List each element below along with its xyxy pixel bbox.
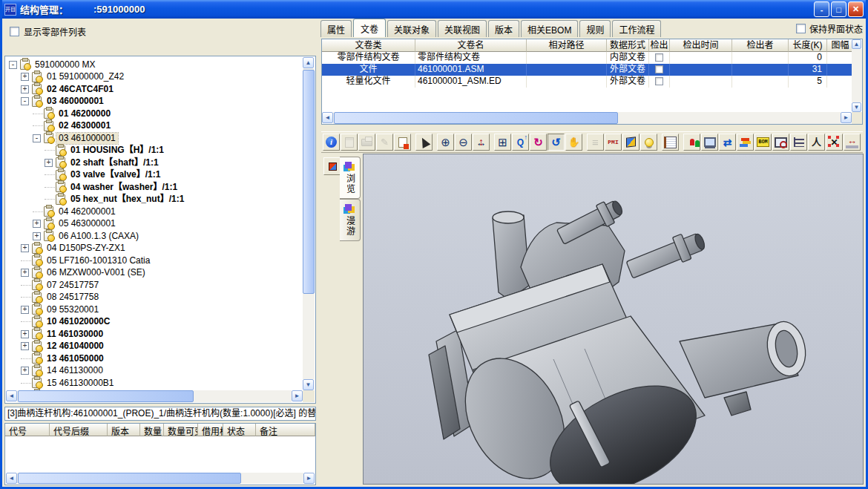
tree-item[interactable]: +06 MZXW000-V001 (SE) — [6, 267, 303, 280]
tree-item[interactable]: +09 55320001 — [6, 303, 303, 316]
zoom-out-button[interactable]: ⊖ — [455, 134, 472, 151]
viewport-3d[interactable] — [363, 154, 864, 485]
checkout-computer-button[interactable] — [701, 134, 718, 151]
show-parts-checkbox[interactable] — [10, 27, 19, 36]
doc-hscroll-thumb[interactable] — [334, 112, 618, 124]
collapse-minus-icon[interactable]: - — [21, 97, 29, 105]
tree-vscroll-thumb[interactable] — [303, 70, 315, 294]
expand-plus-icon[interactable]: + — [21, 367, 29, 375]
substitute-hscroll-track[interactable] — [17, 473, 303, 484]
cube-3d-button[interactable] — [622, 134, 640, 151]
measure-button[interactable]: ↔ — [844, 134, 861, 151]
viewer-tab-浏览[interactable]: 浏览 — [340, 157, 361, 199]
info-button[interactable]: i — [323, 134, 340, 151]
substitute-table-hscrollbar[interactable]: ◄ ► — [6, 473, 315, 484]
column-header[interactable]: 检出时间 — [670, 39, 732, 52]
checkout-checkbox[interactable] — [655, 65, 663, 73]
collapse-minus-icon[interactable]: - — [9, 61, 17, 69]
tree-item[interactable]: +02 46CATC4F01 — [6, 83, 303, 96]
maximize-button[interactable]: □ — [831, 1, 846, 17]
column-header[interactable]: 数量可变 — [164, 424, 198, 436]
pan-arrows-button[interactable]: ↔ — [473, 134, 490, 151]
tree-item[interactable]: 04 462000001 — [6, 206, 303, 218]
table-row[interactable]: 轻量化文件461000001_ASM.ED外部文卷5 — [322, 76, 852, 88]
tree-item[interactable]: -03 461000001 — [6, 132, 303, 145]
tree-item[interactable]: 10 461020000C — [6, 316, 303, 329]
expand-plus-icon[interactable]: + — [21, 306, 29, 314]
tree-horizontal-scrollbar[interactable]: ◄ ► — [6, 390, 303, 402]
doc-stack-button[interactable] — [737, 134, 754, 151]
expand-plus-icon[interactable]: + — [21, 73, 29, 81]
scroll-down-icon[interactable]: ▼ — [852, 102, 861, 112]
zoom-in-button[interactable]: ⊕ — [437, 134, 454, 151]
monitor-search-button[interactable] — [772, 134, 789, 151]
column-header[interactable]: 文卷类 — [322, 39, 415, 52]
column-header[interactable]: 状态 — [223, 424, 256, 436]
tree-item[interactable]: +14 461130000 — [6, 365, 303, 378]
tab-属性[interactable]: 属性 — [320, 20, 352, 37]
column-header[interactable]: 备注 — [256, 424, 315, 436]
scroll-right-icon[interactable]: ► — [841, 112, 852, 123]
tree-item[interactable]: 07 24517757 — [6, 279, 303, 292]
tree-item[interactable]: 04 washer【washer】/1:1 — [6, 181, 303, 194]
tree-item[interactable]: 05 hex_nut【hex_nut】/1:1 — [6, 194, 303, 206]
tree-item[interactable]: +05 463000001 — [6, 218, 303, 231]
expand-plus-icon[interactable]: + — [21, 269, 29, 277]
doc-vscroll-track[interactable] — [852, 49, 862, 102]
scroll-up-icon[interactable]: ▲ — [303, 57, 314, 68]
column-header[interactable]: 借用标识 — [198, 424, 223, 436]
tree-item[interactable]: +04 D150PS-ZY-ZX1 — [6, 243, 303, 255]
tree-item[interactable]: +11 461030000 — [6, 328, 303, 341]
tab-工作流程[interactable]: 工作流程 — [612, 20, 661, 37]
expand-plus-icon[interactable]: + — [21, 244, 29, 252]
expand-plus-icon[interactable]: + — [33, 232, 41, 240]
tab-版本[interactable]: 版本 — [488, 20, 519, 37]
tree-item[interactable]: 08 24517758 — [6, 292, 303, 304]
tree-item[interactable]: 05 LF7160-1001310 Catia — [6, 255, 303, 267]
tree-item[interactable]: +01 591000000_Z42 — [6, 71, 303, 84]
expand-plus-icon[interactable]: + — [21, 330, 29, 338]
column-header[interactable]: 数据形式 — [607, 39, 649, 52]
expand-plus-icon[interactable]: + — [33, 220, 41, 228]
collapse-minus-icon[interactable]: - — [33, 134, 41, 142]
select-cursor-button[interactable] — [415, 134, 433, 151]
tree-item[interactable]: 15 461130000B1 — [6, 377, 303, 390]
tree-item[interactable]: 01 HOUSING【H】/1:1 — [6, 145, 303, 157]
checkout-checkbox[interactable] — [655, 53, 663, 62]
zoom-window-button[interactable]: ⊞ — [494, 134, 511, 151]
tab-规则[interactable]: 规则 — [579, 20, 611, 37]
tree-item[interactable]: +02 shaft【shaft】/1:1 — [6, 157, 303, 169]
tree-item[interactable]: +06 A100.1.3 (CAXA) — [6, 230, 303, 243]
expand-plus-icon[interactable]: + — [45, 159, 53, 167]
bom-button[interactable]: BOM — [754, 134, 772, 151]
tree-item[interactable]: 01 46200000 — [6, 108, 303, 120]
tree-item[interactable]: -03 460000001 — [6, 96, 303, 108]
tree-item[interactable]: 03 valve【valve】/1:1 — [6, 169, 303, 182]
pmi-button[interactable]: PMI — [605, 134, 622, 151]
column-header[interactable]: 相对路径 — [527, 39, 607, 52]
keep-ui-state-row[interactable]: 保持界面状态 — [796, 22, 863, 37]
spin-view-button[interactable]: ↺ — [548, 134, 565, 151]
checkout-checkbox[interactable] — [655, 77, 663, 85]
document-table-vscrollbar[interactable]: ▲ ▼ — [852, 39, 862, 112]
column-header[interactable]: 文卷名 — [415, 39, 527, 52]
tree-vertical-scrollbar[interactable]: ▲ ▼ — [303, 57, 315, 390]
scroll-left-icon[interactable]: ◄ — [6, 473, 17, 484]
scroll-up-icon[interactable]: ▲ — [852, 39, 861, 49]
column-header[interactable]: 版本 — [108, 424, 140, 436]
column-header[interactable]: 代号后缀 — [50, 424, 108, 436]
tab-文卷[interactable]: 文卷 — [353, 19, 386, 37]
close-button[interactable]: ✕ — [848, 1, 864, 17]
column-header[interactable]: 检出者 — [732, 39, 789, 52]
assign-users-button[interactable] — [683, 134, 700, 151]
rotate-view-button[interactable]: ↻ — [530, 134, 547, 151]
scroll-left-icon[interactable]: ◄ — [322, 112, 333, 123]
pan-hand-button[interactable]: ✋ — [565, 134, 582, 151]
table-row[interactable]: 文件461000001.ASM外部文卷31 — [322, 64, 852, 76]
tree-item[interactable]: 02 46300001 — [6, 120, 303, 133]
tree-item[interactable]: -591000000 MX — [6, 59, 303, 71]
tab-关联视图[interactable]: 关联视图 — [438, 20, 487, 37]
tree-hscroll-thumb[interactable] — [18, 390, 194, 402]
scroll-right-icon[interactable]: ► — [292, 390, 303, 401]
scroll-down-icon[interactable]: ▼ — [303, 379, 314, 390]
